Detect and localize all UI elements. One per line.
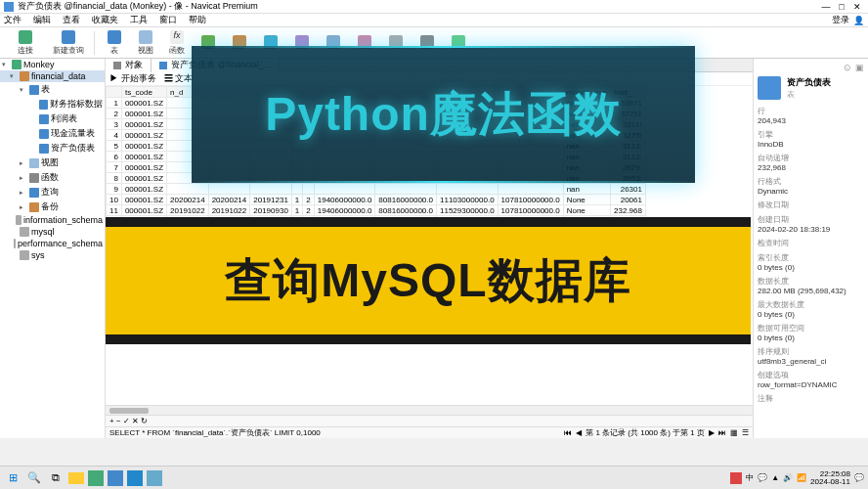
overlay-banner-1: Python魔法函数 bbox=[192, 46, 695, 183]
grid-view-icon[interactable]: ▦ bbox=[730, 428, 738, 437]
connection-node[interactable]: ▾Monkey bbox=[0, 59, 105, 70]
app-2-icon[interactable] bbox=[108, 470, 123, 486]
login-link[interactable]: 登录 bbox=[832, 14, 849, 26]
menu-tools[interactable]: 工具 bbox=[130, 14, 148, 26]
table-item[interactable]: 资产负债表 bbox=[0, 141, 105, 156]
cancel-button[interactable]: ✕ bbox=[132, 417, 139, 425]
close-button[interactable]: ✕ bbox=[850, 2, 864, 12]
login-avatar-icon[interactable]: 👤 bbox=[853, 16, 864, 25]
nav-last-button[interactable]: ⏭ bbox=[718, 428, 726, 437]
menu-view[interactable]: 查看 bbox=[63, 14, 80, 26]
window-title: 资产负债表 @financial_data (Monkey) - 像 - Nav… bbox=[18, 0, 819, 13]
notifications-icon[interactable]: 💬 bbox=[854, 473, 864, 482]
wifi-icon[interactable]: 📶 bbox=[797, 473, 806, 482]
tab-objects[interactable]: 对象 bbox=[106, 59, 152, 72]
prop-title: 资产负债表 bbox=[787, 76, 831, 89]
table-icon bbox=[758, 76, 781, 100]
search-icon[interactable]: 🔍 bbox=[25, 469, 43, 487]
table-item[interactable]: 财务指标数据 bbox=[0, 97, 105, 111]
menu-edit[interactable]: 编辑 bbox=[33, 14, 51, 26]
start-button[interactable]: ⊞ bbox=[4, 469, 22, 487]
horizontal-scrollbar[interactable] bbox=[106, 405, 753, 415]
tables-folder[interactable]: ▾表 bbox=[0, 82, 105, 97]
taskbar: ⊞ 🔍 ⧉ 中 💬 ▲ 🔊 📶 22:25:082024-08-11 💬 bbox=[0, 466, 868, 489]
close-panel-icon[interactable]: ▣ bbox=[855, 63, 864, 72]
nav-first-button[interactable]: ⏮ bbox=[564, 428, 572, 437]
volume-icon[interactable]: 🔊 bbox=[783, 473, 793, 482]
tray-icon[interactable]: 💬 bbox=[758, 473, 767, 482]
app-icon bbox=[4, 2, 14, 12]
form-view-icon[interactable]: ☰ bbox=[742, 428, 749, 437]
table-row[interactable]: 9000001.SZnan26301 bbox=[107, 184, 646, 195]
sysdb-node[interactable]: information_schema bbox=[0, 214, 105, 226]
menu-help[interactable]: 帮助 bbox=[189, 14, 206, 26]
functions-folder[interactable]: ▸函数 bbox=[0, 170, 105, 185]
statusbar: SELECT * FROM `financial_data`.`资产负债表` L… bbox=[106, 426, 753, 438]
new-query-button[interactable]: 新建查询 bbox=[49, 28, 88, 58]
table-item[interactable]: 利润表 bbox=[0, 111, 105, 126]
menu-favorites[interactable]: 收藏夹 bbox=[92, 14, 118, 26]
ime-icon[interactable]: 中 bbox=[746, 472, 754, 483]
sysdb-node[interactable]: performance_schema bbox=[0, 238, 105, 249]
app-1-icon[interactable] bbox=[88, 470, 104, 486]
tray-icon[interactable] bbox=[730, 472, 742, 484]
properties-panel: ⊙▣ 资产负债表表 行204,943 引擎InnoDB 自动递增232,968 … bbox=[753, 59, 868, 438]
begin-transaction-button[interactable]: ▶ 开始事务 bbox=[109, 72, 156, 85]
overlay-banner-2: 查询MySQL数据库 bbox=[106, 217, 751, 344]
clock[interactable]: 22:25:082024-08-11 bbox=[810, 470, 850, 486]
table-row[interactable]: 10000001.SZ20200214202002142019123112194… bbox=[107, 195, 646, 205]
task-view-icon[interactable]: ⧉ bbox=[47, 469, 65, 487]
text-mode-button[interactable]: ☰ 文本 bbox=[164, 72, 194, 85]
app-3-icon[interactable] bbox=[127, 470, 143, 486]
table-row[interactable]: 11000001.SZ20191022201910222019093012194… bbox=[107, 205, 646, 216]
nav-next-button[interactable]: ▶ bbox=[709, 428, 715, 437]
menubar: 文件 编辑 查看 收藏夹 工具 窗口 帮助 登录 👤 bbox=[0, 14, 868, 27]
confirm-button[interactable]: ✓ bbox=[123, 417, 130, 425]
app-4-icon[interactable] bbox=[147, 470, 162, 486]
refresh-button[interactable]: ↻ bbox=[141, 417, 148, 425]
maximize-button[interactable]: □ bbox=[835, 2, 848, 12]
titlebar: 资产负债表 @financial_data (Monkey) - 像 - Nav… bbox=[0, 0, 868, 14]
add-row-button[interactable]: + bbox=[109, 417, 114, 425]
view-button[interactable]: 视图 bbox=[132, 28, 159, 58]
pin-icon[interactable]: ⊙ bbox=[844, 63, 851, 72]
minimize-button[interactable]: — bbox=[819, 2, 833, 12]
menu-window[interactable]: 窗口 bbox=[159, 14, 177, 26]
network-icon[interactable]: ▲ bbox=[771, 473, 779, 482]
delete-row-button[interactable]: − bbox=[116, 417, 121, 425]
views-folder[interactable]: ▸视图 bbox=[0, 156, 105, 170]
column-header[interactable]: ts_code bbox=[121, 87, 166, 98]
function-button[interactable]: fx函数 bbox=[163, 28, 191, 58]
queries-folder[interactable]: ▸查询 bbox=[0, 185, 105, 200]
connect-button[interactable]: 连接 bbox=[6, 28, 45, 58]
sysdb-node[interactable]: mysql bbox=[0, 226, 105, 238]
explorer-icon[interactable] bbox=[68, 472, 84, 484]
sql-text: SELECT * FROM `financial_data`.`资产负债表` L… bbox=[109, 427, 564, 438]
menu-file[interactable]: 文件 bbox=[4, 14, 22, 26]
grid-toolbar: + − ✓ ✕ ↻ bbox=[106, 415, 753, 426]
table-item[interactable]: 现金流量表 bbox=[0, 126, 105, 141]
sysdb-node[interactable]: sys bbox=[0, 249, 105, 261]
sidebar: ▾Monkey ▾financial_data ▾表 财务指标数据 利润表 现金… bbox=[0, 59, 106, 438]
nav-prev-button[interactable]: ◀ bbox=[576, 428, 582, 437]
record-info: 第 1 条记录 (共 1000 条) 于第 1 页 bbox=[586, 427, 705, 438]
column-header[interactable] bbox=[107, 87, 122, 98]
database-node[interactable]: ▾financial_data bbox=[0, 70, 105, 82]
table-button[interactable]: 表 bbox=[101, 28, 128, 58]
backup-folder[interactable]: ▸备份 bbox=[0, 200, 105, 214]
